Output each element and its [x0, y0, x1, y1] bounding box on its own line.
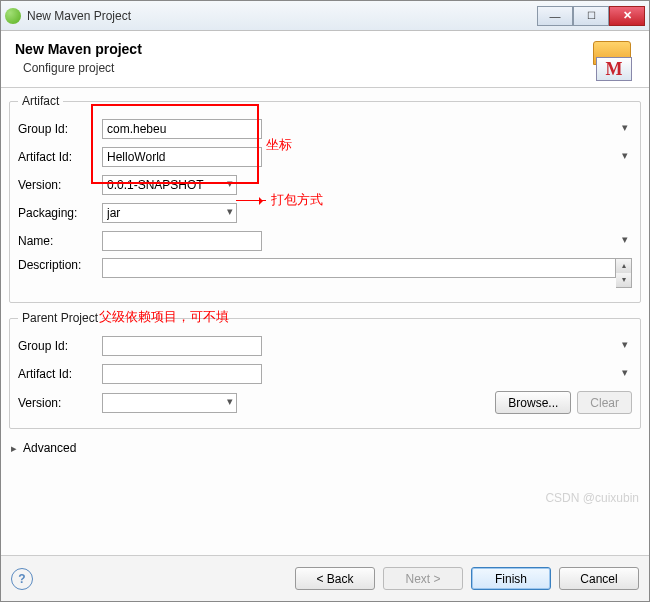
version-label: Version:	[18, 178, 102, 192]
parent-fieldset: Parent Project Group Id: Artifact Id: Ve…	[9, 311, 641, 429]
group-id-input[interactable]	[102, 119, 262, 139]
maximize-button[interactable]	[573, 6, 609, 26]
description-input[interactable]	[102, 258, 616, 278]
name-input[interactable]	[102, 231, 262, 251]
next-button[interactable]: Next >	[383, 567, 463, 590]
content-area: Artifact Group Id: Artifact Id: Version:	[1, 88, 649, 555]
parent-legend: Parent Project	[18, 311, 102, 325]
artifact-legend: Artifact	[18, 94, 63, 108]
description-label: Description:	[18, 258, 102, 272]
artifact-fieldset: Artifact Group Id: Artifact Id: Version:	[9, 94, 641, 303]
parent-artifact-id-input[interactable]	[102, 364, 262, 384]
dialog-window: New Maven Project New Maven project Conf…	[0, 0, 650, 602]
browse-button[interactable]: Browse...	[495, 391, 571, 414]
parent-group-id-label: Group Id:	[18, 339, 102, 353]
finish-button[interactable]: Finish	[471, 567, 551, 590]
group-id-label: Group Id:	[18, 122, 102, 136]
help-button[interactable]: ?	[11, 568, 33, 590]
clear-button[interactable]: Clear	[577, 391, 632, 414]
maven-icon: M	[593, 39, 635, 81]
artifact-id-label: Artifact Id:	[18, 150, 102, 164]
page-subtitle: Configure project	[23, 61, 635, 75]
watermark: CSDN @cuixubin	[545, 491, 639, 505]
parent-group-id-input[interactable]	[102, 336, 262, 356]
name-label: Name:	[18, 234, 102, 248]
cancel-button[interactable]: Cancel	[559, 567, 639, 590]
advanced-label: Advanced	[23, 441, 76, 455]
titlebar[interactable]: New Maven Project	[1, 1, 649, 31]
window-title: New Maven Project	[27, 9, 537, 23]
parent-version-input[interactable]	[102, 393, 237, 413]
version-input[interactable]	[102, 175, 237, 195]
parent-artifact-id-label: Artifact Id:	[18, 367, 102, 381]
annotation-arrow	[236, 200, 266, 201]
advanced-toggle[interactable]: Advanced	[9, 437, 641, 459]
packaging-label: Packaging:	[18, 206, 102, 220]
footer: ? < Back Next > Finish Cancel	[1, 555, 649, 601]
packaging-input[interactable]	[102, 203, 237, 223]
artifact-id-input[interactable]	[102, 147, 262, 167]
description-scrollbar[interactable]: ▴▾	[616, 258, 632, 288]
close-button[interactable]	[609, 6, 645, 26]
parent-version-label: Version:	[18, 396, 102, 410]
window-controls	[537, 6, 645, 26]
wizard-header: New Maven project Configure project M	[1, 31, 649, 88]
page-title: New Maven project	[15, 41, 635, 57]
minimize-button[interactable]	[537, 6, 573, 26]
app-icon	[5, 8, 21, 24]
back-button[interactable]: < Back	[295, 567, 375, 590]
